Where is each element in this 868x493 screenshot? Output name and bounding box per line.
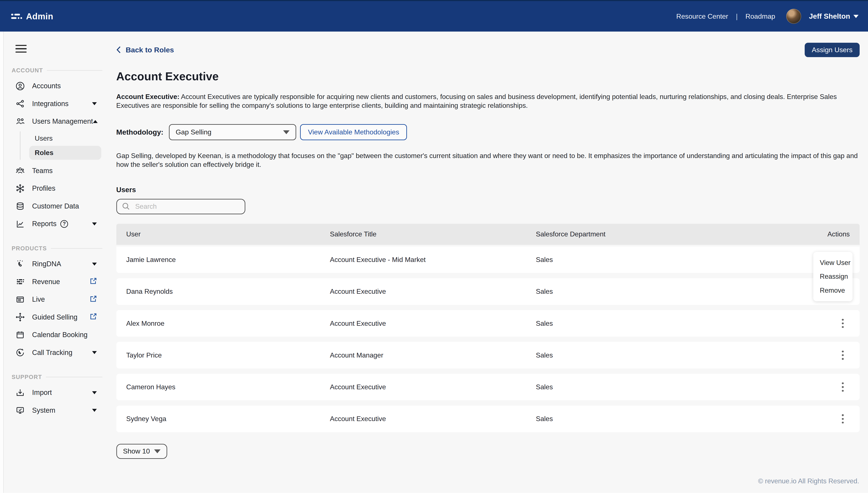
user-menu[interactable]: Jeff Shelton (809, 12, 859, 20)
app: Admin Resource Center | Roadmap Jeff She… (0, 0, 868, 493)
sidebar-item-profiles[interactable]: Profiles (4, 180, 104, 197)
table-row: Taylor Price Account Manager Sales (116, 342, 860, 368)
users-management-icon (16, 117, 25, 126)
users-table: User Salesforce Title Salesforce Departm… (116, 224, 860, 432)
back-to-roles-link[interactable]: Back to Roles (116, 46, 174, 54)
sidebar-item-system[interactable]: System (4, 402, 104, 419)
topbar-right: Resource Center | Roadmap Jeff Shelton (676, 9, 859, 24)
sidebar-item-revenue[interactable]: Revenue (4, 273, 104, 291)
menu-item-reassign[interactable]: Reassign (813, 270, 852, 283)
cell-salesforce-department: Sales (526, 256, 793, 264)
row-actions-menu: View User Reassign Remove (813, 252, 852, 301)
cell-salesforce-title: Account Executive (320, 383, 526, 391)
user-name: Jeff Shelton (809, 12, 850, 20)
show-per-page-select[interactable]: Show 10 (116, 444, 167, 459)
users-management-subnav: Users Roles (20, 131, 104, 160)
sidebar-item-import[interactable]: Import (4, 384, 104, 402)
table-row: Dana Reynolds Account Executive Sales (116, 278, 860, 305)
cell-salesforce-title: Account Executive (320, 415, 526, 423)
cell-salesforce-department: Sales (526, 351, 793, 359)
sidebar-item-reports[interactable]: Reports ? (4, 215, 104, 233)
row-actions-kebab-icon[interactable] (839, 317, 846, 330)
sidebar-item-guided-selling[interactable]: Guided Selling (4, 308, 104, 326)
assign-users-button[interactable]: Assign Users (805, 43, 860, 57)
revenue-icon (16, 277, 25, 286)
sidebar-item-live[interactable]: Live (4, 291, 104, 308)
cell-user: Alex Monroe (116, 320, 320, 327)
sidebar-item-integrations[interactable]: Integrations (4, 95, 104, 113)
methodology-select[interactable]: Gap Selling (169, 124, 296, 140)
user-avatar[interactable] (786, 9, 801, 24)
accounts-icon (16, 81, 25, 91)
table-row: Alex Monroe Account Executive Sales (116, 310, 860, 337)
profiles-icon (16, 184, 25, 193)
cell-salesforce-title: Account Executive - Mid Market (320, 256, 526, 264)
row-actions-kebab-icon[interactable] (839, 412, 846, 426)
live-icon (16, 295, 25, 304)
column-header-actions: Actions (793, 230, 860, 238)
topbar-separator: | (736, 13, 738, 20)
chevron-down-icon (92, 391, 97, 394)
table-body: Jamie Lawrence Account Executive - Mid M… (116, 246, 860, 432)
table-row: Sydney Vega Account Executive Sales (116, 406, 860, 432)
sidebar-item-ringdna[interactable]: RingDNA (4, 255, 104, 273)
customer-data-icon (16, 201, 25, 211)
external-link-icon (90, 294, 97, 304)
chevron-down-icon (92, 409, 97, 412)
sidebar-item-call-tracking[interactable]: Call Tracking (4, 344, 104, 362)
teams-icon (16, 166, 25, 175)
section-label-products: PRODUCTS (12, 245, 104, 252)
sidebar-item-users[interactable]: Users (29, 131, 101, 145)
menu-item-remove[interactable]: Remove (813, 283, 852, 297)
view-available-methodologies-button[interactable]: View Available Methodologies (300, 124, 407, 140)
topbar: Admin Resource Center | Roadmap Jeff She… (0, 0, 868, 31)
cell-user: Sydney Vega (116, 415, 320, 423)
cell-salesforce-department: Sales (526, 415, 793, 423)
section-label-support: SUPPORT (12, 373, 104, 381)
help-icon[interactable]: ? (60, 220, 68, 228)
cell-salesforce-title: Account Executive (320, 287, 526, 296)
sidebar-item-teams[interactable]: Teams (4, 162, 104, 180)
sidebar-item-customer-data[interactable]: Customer Data (4, 197, 104, 215)
chevron-down-icon (154, 449, 160, 453)
import-icon (16, 388, 25, 398)
chevron-down-icon (853, 15, 859, 18)
chevron-left-icon (116, 46, 121, 53)
role-description: Account Executive: Account Executives ar… (116, 92, 858, 110)
search-box (116, 199, 245, 214)
column-header-user: User (116, 230, 320, 238)
sidebar: ACCOUNT Accounts Integrations (0, 31, 104, 493)
ringdna-icon (16, 259, 25, 269)
system-icon (16, 406, 25, 415)
search-input[interactable] (116, 199, 245, 214)
brand-name: Admin (26, 12, 53, 21)
sidebar-item-calendar-booking[interactable]: Calendar Booking (4, 326, 104, 344)
cell-user: Taylor Price (116, 351, 320, 359)
cell-user: Jamie Lawrence (116, 256, 320, 264)
resource-center-link[interactable]: Resource Center (676, 13, 728, 20)
menu-item-view-user[interactable]: View User (813, 256, 852, 270)
column-header-salesforce-department: Salesforce Department (526, 230, 793, 238)
cell-salesforce-title: Account Executive (320, 320, 526, 327)
sidebar-item-roles[interactable]: Roles (29, 146, 101, 159)
scrollbar-rail[interactable] (0, 31, 4, 493)
sidebar-item-accounts[interactable]: Accounts (4, 77, 104, 95)
sidebar-item-users-management[interactable]: Users Management (4, 113, 104, 131)
row-actions-kebab-icon[interactable] (839, 380, 846, 394)
guided-selling-icon (16, 313, 25, 322)
search-icon (122, 202, 131, 211)
section-label-account: ACCOUNT (12, 67, 104, 74)
footer-copyright: © revenue.io All Rights Reserved. (758, 477, 859, 485)
calendar-icon (16, 330, 25, 340)
cell-user: Dana Reynolds (116, 287, 320, 296)
chevron-down-icon (92, 263, 97, 265)
revenue-logo-icon (11, 14, 22, 19)
table-header: User Salesforce Title Salesforce Departm… (116, 224, 860, 245)
row-actions-kebab-icon[interactable] (839, 348, 846, 362)
brand: Admin (11, 12, 53, 21)
page-title: Account Executive (116, 70, 860, 83)
external-link-icon (90, 277, 97, 287)
cell-salesforce-title: Account Manager (320, 351, 526, 359)
roadmap-link[interactable]: Roadmap (745, 13, 775, 20)
hamburger-menu-button[interactable] (16, 43, 27, 55)
